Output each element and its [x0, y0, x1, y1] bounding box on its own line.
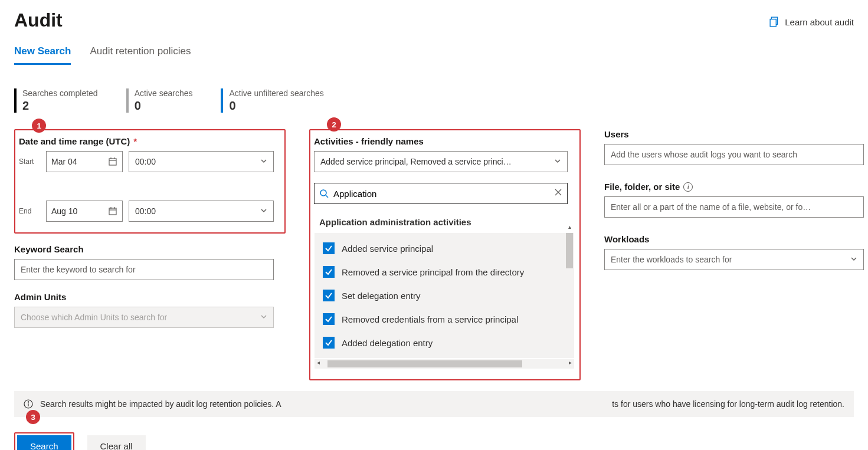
start-time-picker[interactable]: 00:00 [129, 151, 274, 172]
end-time-value: 00:00 [135, 206, 156, 216]
activity-item[interactable]: Added service principal [315, 237, 565, 260]
activity-item-label: Removed a service principal from the dir… [342, 267, 524, 277]
annotation-badge-2: 2 [327, 117, 341, 132]
chevron-down-icon [260, 157, 267, 166]
activities-label: Activities - friendly names [314, 136, 575, 146]
chevron-down-icon [850, 255, 857, 264]
activity-item-label: Removed credentials from a service princ… [342, 314, 518, 324]
activity-item[interactable]: Added delegation entry [315, 331, 565, 354]
info-icon[interactable]: i [683, 182, 693, 192]
end-date-value: Aug 10 [51, 206, 77, 216]
checkbox-checked-icon[interactable] [323, 337, 335, 349]
scroll-left-icon[interactable]: ◂ [317, 359, 320, 366]
info-text-left: Search results might be impacted by audi… [40, 399, 281, 409]
file-site-label-text: File, folder, or site [604, 182, 680, 192]
calendar-icon [108, 157, 117, 166]
stat-value: 0 [229, 99, 323, 113]
keyword-search-label: Keyword Search [14, 244, 286, 254]
tab-new-search[interactable]: New Search [14, 45, 71, 65]
date-range-section: 1 Date and time range (UTC) * Start Mar … [14, 129, 286, 234]
start-date-picker[interactable]: Mar 04 [46, 151, 123, 172]
admin-units-select[interactable]: Choose which Admin Units to search for [14, 307, 274, 328]
search-button[interactable]: Search [17, 435, 71, 450]
stat-value: 2 [22, 99, 98, 113]
search-button-highlight: 3 Search [14, 432, 74, 450]
date-range-label: Date and time range (UTC) * [19, 136, 280, 146]
scroll-up-icon[interactable]: ▴ [565, 224, 574, 233]
activity-item[interactable]: Removed credentials from a service princ… [315, 307, 565, 331]
page-title: Audit [14, 9, 63, 31]
keyword-search-input[interactable] [14, 259, 274, 280]
stat-label: Active searches [135, 88, 193, 98]
users-input[interactable] [604, 144, 864, 165]
activity-item-label: Added service principal [342, 244, 433, 254]
activities-items-container: Added service principal Removed a servic… [315, 233, 565, 358]
vertical-scrollbar[interactable] [565, 233, 574, 358]
activities-group-header: Application administration activities [315, 211, 574, 233]
users-label: Users [604, 129, 864, 139]
admin-units-label: Admin Units [14, 292, 286, 302]
file-site-label: File, folder, or site i [604, 182, 864, 192]
stats-row: Searches completed 2 Active searches 0 A… [14, 88, 854, 113]
activities-search-input[interactable] [333, 189, 549, 199]
tab-retention-policies[interactable]: Audit retention policies [90, 45, 191, 65]
learn-link-label: Learn about audit [785, 17, 854, 27]
end-time-picker[interactable]: 00:00 [129, 201, 274, 222]
chevron-down-icon [260, 313, 267, 322]
horizontal-scrollbar[interactable]: ◂ ▸ [315, 359, 574, 369]
chevron-down-icon [554, 157, 561, 166]
annotation-badge-1: 1 [32, 119, 46, 133]
date-range-label-text: Date and time range (UTC) [19, 136, 130, 146]
end-label: End [19, 207, 40, 215]
stat-active-unfiltered: Active unfiltered searches 0 [221, 88, 323, 113]
end-date-picker[interactable]: Aug 10 [46, 201, 123, 222]
activities-search-box[interactable] [314, 183, 568, 204]
search-icon [319, 189, 329, 198]
checkbox-checked-icon[interactable] [323, 266, 335, 278]
clear-all-button[interactable]: Clear all [87, 435, 146, 450]
activity-item[interactable]: Set delegation entry [315, 284, 565, 307]
admin-units-placeholder: Choose which Admin Units to search for [21, 313, 260, 322]
calendar-icon [108, 206, 117, 216]
workloads-select[interactable]: Enter the workloads to search for [604, 249, 864, 270]
activities-select[interactable]: Added service principal, Removed a servi… [314, 151, 568, 172]
activities-dropdown-list: Application administration activities Ad… [314, 211, 575, 369]
activity-item-label: Set delegation entry [342, 291, 420, 301]
stat-value: 0 [135, 99, 193, 113]
scrollbar-thumb[interactable] [327, 360, 522, 367]
workloads-placeholder: Enter the workloads to search for [611, 255, 850, 264]
activities-section: 2 Activities - friendly names Added serv… [309, 129, 581, 380]
svg-rect-2 [109, 159, 116, 165]
stat-label: Searches completed [22, 88, 98, 98]
svg-rect-1 [770, 19, 776, 27]
svg-point-16 [28, 402, 28, 402]
info-bar: Search results might be impacted by audi… [14, 391, 854, 417]
stat-active-searches: Active searches 0 [126, 88, 193, 113]
svg-line-11 [326, 195, 328, 198]
checkbox-checked-icon[interactable] [323, 242, 335, 254]
checkbox-checked-icon[interactable] [323, 313, 335, 325]
chevron-down-icon [260, 206, 267, 216]
clear-search-icon[interactable] [554, 188, 562, 199]
info-text-right: ts for users who have licensing for long… [612, 399, 844, 409]
svg-point-10 [320, 190, 326, 196]
file-site-input[interactable] [604, 196, 864, 218]
svg-rect-6 [109, 208, 116, 215]
tabs: New Search Audit retention policies [14, 45, 854, 65]
annotation-badge-3: 3 [26, 410, 40, 424]
activity-item-label: Added delegation entry [342, 338, 433, 348]
required-marker: * [133, 136, 137, 146]
stat-searches-completed: Searches completed 2 [14, 88, 98, 113]
checkbox-checked-icon[interactable] [323, 290, 335, 301]
scroll-right-icon[interactable]: ▸ [569, 359, 572, 366]
stat-label: Active unfiltered searches [229, 88, 323, 98]
start-time-value: 00:00 [135, 157, 156, 166]
activities-selected-text: Added service principal, Removed a servi… [320, 157, 554, 166]
start-label: Start [19, 157, 40, 166]
activity-item[interactable]: Removed a service principal from the dir… [315, 260, 565, 284]
info-icon [24, 399, 33, 409]
workloads-label: Workloads [604, 234, 864, 244]
docs-icon [769, 17, 780, 27]
learn-about-audit-link[interactable]: Learn about audit [769, 17, 854, 27]
start-date-value: Mar 04 [51, 157, 77, 166]
